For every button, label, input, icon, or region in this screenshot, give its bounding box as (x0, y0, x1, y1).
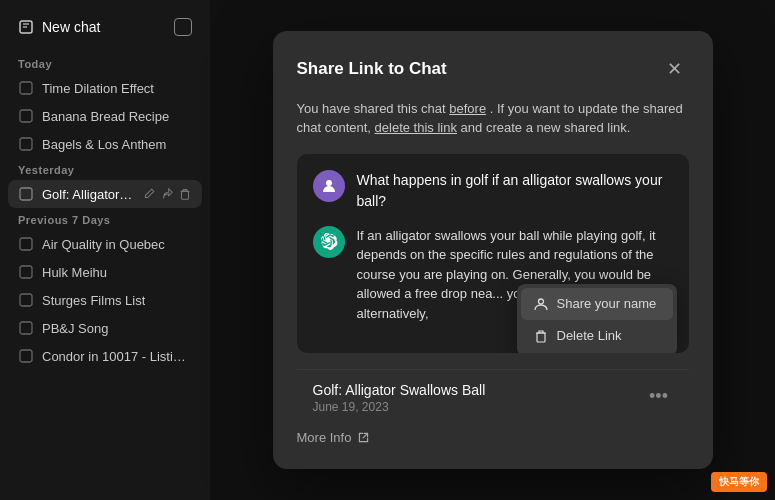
section-yesterday-label: Yesterday (8, 158, 202, 180)
chat-info-date: June 19, 2023 (313, 400, 486, 414)
user-bubble: What happens in golf if an alligator swa… (357, 170, 673, 212)
section-today-label: Today (8, 52, 202, 74)
sidebar-item-golf[interactable]: Golf: Alligator Swa... (8, 180, 202, 208)
sidebar-item-hulk[interactable]: Hulk Meihu (8, 258, 202, 286)
watermark-badge: 快马等你 (711, 472, 767, 492)
chat-line-icon (18, 136, 34, 152)
sidebar-item-time-dilation[interactable]: Time Dilation Effect (8, 74, 202, 102)
sidebar-item-label: Air Quality in Quebec (42, 237, 165, 252)
sidebar-item-pbj[interactable]: PB&J Song (8, 314, 202, 342)
sidebar-item-label: Banana Bread Recipe (42, 109, 169, 124)
svg-rect-5 (20, 138, 32, 150)
chat-line-icon (18, 348, 34, 364)
trash-icon[interactable] (178, 187, 192, 201)
chat-line-icon (18, 264, 34, 280)
delete-link[interactable]: delete this link (375, 120, 457, 135)
modal-header: Share Link to Chat ✕ (297, 55, 689, 83)
svg-point-14 (538, 299, 543, 304)
new-chat-label: New chat (42, 19, 100, 35)
share-link-modal: Share Link to Chat ✕ You have shared thi… (273, 31, 713, 470)
item-actions (142, 187, 192, 201)
sidebar-item-sturges[interactable]: Sturges Films List (8, 286, 202, 314)
chat-preview: What happens in golf if an alligator swa… (297, 154, 689, 354)
context-menu: Share your name Delete Link (517, 284, 677, 354)
modal-title: Share Link to Chat (297, 59, 447, 79)
modal-description: You have shared this chat before . If yo… (297, 99, 689, 138)
sidebar: New chat Today Time Dilation Effect Bana… (0, 0, 210, 500)
desc-text-1: You have shared this chat (297, 101, 446, 116)
person-icon (533, 296, 549, 312)
share-name-label: Share your name (557, 296, 657, 311)
svg-rect-12 (20, 350, 32, 362)
svg-rect-15 (537, 333, 545, 342)
rename-icon[interactable] (142, 187, 156, 201)
modal-footer: More Info (297, 430, 689, 445)
sidebar-item-label: Hulk Meihu (42, 265, 107, 280)
sidebar-item-bagels[interactable]: Bagels & Los Anthem (8, 130, 202, 158)
chat-line-icon (18, 236, 34, 252)
chat-line-icon (18, 320, 34, 336)
svg-rect-11 (20, 322, 32, 334)
chat-icon (18, 19, 34, 35)
delete-link-label: Delete Link (557, 328, 622, 343)
more-icon: ••• (649, 386, 668, 407)
sidebar-item-label: Bagels & Los Anthem (42, 137, 166, 152)
svg-rect-3 (20, 82, 32, 94)
modal-overlay[interactable]: Share Link to Chat ✕ You have shared thi… (210, 0, 775, 500)
main-content: Share Link to Chat ✕ You have shared thi… (210, 0, 775, 500)
chat-info-text: Golf: Alligator Swallows Ball June 19, 2… (313, 382, 486, 414)
sidebar-item-label: Golf: Alligator Swa... (42, 187, 134, 202)
svg-point-13 (326, 180, 332, 186)
sidebar-item-label: Sturges Films List (42, 293, 145, 308)
sidebar-item-label: PB&J Song (42, 321, 109, 336)
new-chat-button[interactable]: New chat (8, 10, 202, 44)
modal-close-button[interactable]: ✕ (661, 55, 689, 83)
chat-line-icon (18, 80, 34, 96)
chat-info-title: Golf: Alligator Swallows Ball (313, 382, 486, 398)
sidebar-item-label: Time Dilation Effect (42, 81, 154, 96)
compose-icon (174, 18, 192, 36)
sidebar-item-air-quality[interactable]: Air Quality in Quebec (8, 230, 202, 258)
svg-rect-9 (20, 266, 32, 278)
sidebar-item-label: Condor in 10017 - Listings (42, 349, 192, 364)
trash-icon (533, 328, 549, 344)
ai-avatar (313, 226, 345, 258)
user-message: What happens in golf if an alligator swa… (313, 170, 673, 212)
more-info-link[interactable]: More Info (297, 430, 352, 445)
external-link-icon (357, 431, 370, 444)
svg-rect-7 (182, 191, 189, 199)
context-share-name[interactable]: Share your name (521, 288, 673, 320)
before-link[interactable]: before (449, 101, 486, 116)
sidebar-item-banana-bread[interactable]: Banana Bread Recipe (8, 102, 202, 130)
desc-text-3: and create a new shared link. (461, 120, 631, 135)
chat-info-bar: Golf: Alligator Swallows Ball June 19, 2… (297, 369, 689, 426)
sidebar-item-condor[interactable]: Condor in 10017 - Listings (8, 342, 202, 370)
share-icon[interactable] (160, 187, 174, 201)
svg-rect-8 (20, 238, 32, 250)
chat-line-icon (18, 292, 34, 308)
person-icon (321, 178, 337, 194)
context-delete-link[interactable]: Delete Link (521, 320, 673, 352)
svg-rect-10 (20, 294, 32, 306)
user-avatar (313, 170, 345, 202)
chat-line-icon (18, 108, 34, 124)
section-previous-label: Previous 7 Days (8, 208, 202, 230)
svg-rect-4 (20, 110, 32, 122)
openai-icon (320, 233, 338, 251)
chat-info-more-button[interactable]: ••• (645, 382, 673, 410)
svg-rect-6 (20, 188, 32, 200)
chat-line-icon (18, 186, 34, 202)
